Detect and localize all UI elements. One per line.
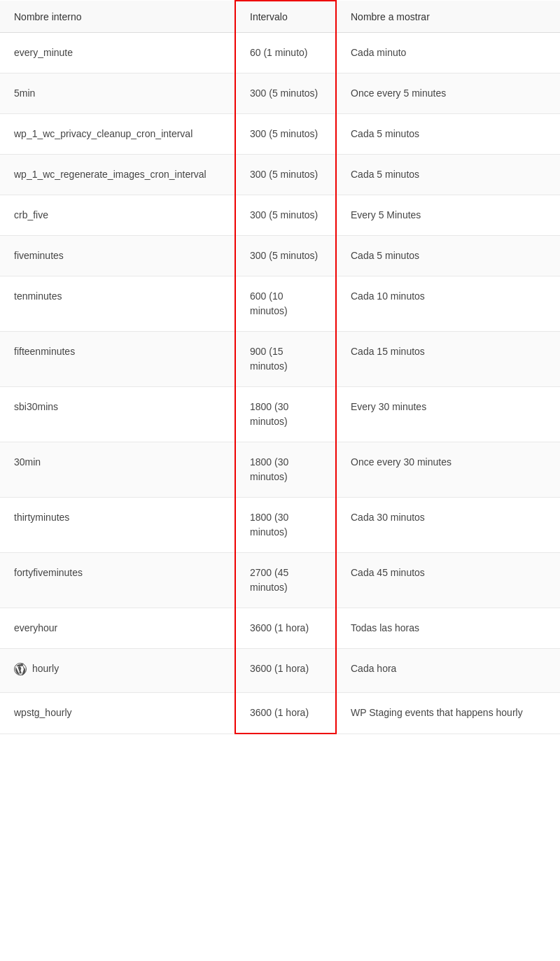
cell-interval: 300 (5 minutos) [235, 195, 336, 236]
table-row: fiveminutes300 (5 minutos)Cada 5 minutos [0, 236, 560, 276]
cell-internal-name: every_minute [0, 33, 235, 73]
cell-interval: 300 (5 minutos) [235, 73, 336, 114]
cell-display-name: Every 5 Minutes [336, 195, 560, 236]
cell-interval: 300 (5 minutos) [235, 114, 336, 155]
table-row: 5min300 (5 minutos)Once every 5 minutes [0, 73, 560, 114]
table-row: crb_five300 (5 minutos)Every 5 Minutes [0, 195, 560, 236]
cell-display-name: Cada 15 minutos [336, 332, 560, 387]
cell-interval: 1800 (30 minutos) [235, 498, 336, 553]
table-row: everyhour3600 (1 hora)Todas las horas [0, 608, 560, 649]
cell-interval: 300 (5 minutos) [235, 155, 336, 195]
cell-interval: 900 (15 minutos) [235, 332, 336, 387]
cell-internal-name: thirtyminutes [0, 498, 235, 553]
table-header-row: Nombre interno Intervalo Nombre a mostra… [0, 1, 560, 33]
cell-interval: 3600 (1 hora) [235, 608, 336, 649]
cell-display-name: Cada minuto [336, 33, 560, 73]
table-row: wp_1_wc_regenerate_images_cron_interval3… [0, 155, 560, 195]
cell-display-name: Cada 5 minutos [336, 236, 560, 276]
cell-internal-name: fifteenminutes [0, 332, 235, 387]
cell-display-name: Cada hora [336, 649, 560, 693]
table-row: thirtyminutes1800 (30 minutos)Cada 30 mi… [0, 498, 560, 553]
cell-display-name: WP Staging events that happens hourly [336, 693, 560, 734]
table-row: sbi30mins1800 (30 minutos)Every 30 minut… [0, 387, 560, 442]
cell-internal-name: 5min [0, 73, 235, 114]
table-row: hourly3600 (1 hora)Cada hora [0, 649, 560, 693]
cell-display-name: Cada 5 minutos [336, 155, 560, 195]
cell-interval: 600 (10 minutos) [235, 276, 336, 332]
cell-internal-name: wp_1_wc_regenerate_images_cron_interval [0, 155, 235, 195]
cell-interval: 1800 (30 minutos) [235, 442, 336, 498]
table-row: tenminutes600 (10 minutos)Cada 10 minuto… [0, 276, 560, 332]
table-row: every_minute60 (1 minuto)Cada minuto [0, 33, 560, 73]
cell-internal-name: 30min [0, 442, 235, 498]
header-interval: Intervalo [235, 1, 336, 33]
cell-internal-name: crb_five [0, 195, 235, 236]
cell-internal-name: wp_1_wc_privacy_cleanup_cron_interval [0, 114, 235, 155]
cell-display-name: Once every 30 minutes [336, 442, 560, 498]
cell-display-name: Once every 5 minutes [336, 73, 560, 114]
table-row: wpstg_hourly3600 (1 hora)WP Staging even… [0, 693, 560, 734]
cell-display-name: Cada 5 minutos [336, 114, 560, 155]
cell-display-name: Cada 10 minutos [336, 276, 560, 332]
cell-interval: 3600 (1 hora) [235, 649, 336, 693]
header-internal-name: Nombre interno [0, 1, 235, 33]
table-row: wp_1_wc_privacy_cleanup_cron_interval300… [0, 114, 560, 155]
cell-display-name: Cada 30 minutos [336, 498, 560, 553]
table-row: 30min1800 (30 minutos)Once every 30 minu… [0, 442, 560, 498]
cell-internal-name: everyhour [0, 608, 235, 649]
cell-interval: 3600 (1 hora) [235, 693, 336, 734]
cell-interval: 60 (1 minuto) [235, 33, 336, 73]
cell-internal-name: fortyfiveminutes [0, 553, 235, 608]
cron-schedules-table: Nombre interno Intervalo Nombre a mostra… [0, 0, 560, 961]
wordpress-icon [14, 663, 27, 680]
cell-internal-name: tenminutes [0, 276, 235, 332]
table-row: fortyfiveminutes2700 (45 minutos)Cada 45… [0, 553, 560, 608]
cell-internal-name: hourly [0, 649, 235, 693]
cell-internal-name: fiveminutes [0, 236, 235, 276]
cell-interval: 300 (5 minutos) [235, 236, 336, 276]
cell-display-name: Every 30 minutes [336, 387, 560, 442]
cell-internal-name: sbi30mins [0, 387, 235, 442]
header-display-name: Nombre a mostrar [336, 1, 560, 33]
cell-display-name: Cada 45 minutos [336, 553, 560, 608]
cell-display-name: Todas las horas [336, 608, 560, 649]
cell-internal-name: wpstg_hourly [0, 693, 235, 734]
cell-interval: 1800 (30 minutos) [235, 387, 336, 442]
cell-interval: 2700 (45 minutos) [235, 553, 336, 608]
table-row: fifteenminutes900 (15 minutos)Cada 15 mi… [0, 332, 560, 387]
